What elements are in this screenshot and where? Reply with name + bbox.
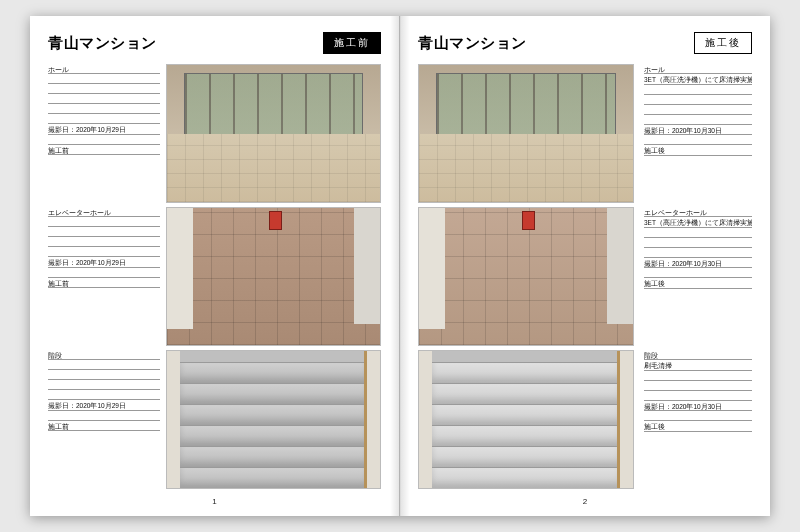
info-line <box>48 104 160 114</box>
page-left: 青山マンション 施工前 ホール 撮影日：2020年10月29日 施工前 <box>30 16 400 516</box>
info-line: 施工後 <box>644 421 752 431</box>
report-row: 階段 刷毛清掃 撮影日：2020年10月30日 施工後 <box>418 350 752 489</box>
info-line: ホール <box>48 64 160 74</box>
info-line: 施工後 <box>644 145 752 155</box>
info-line <box>48 74 160 84</box>
info-line: 撮影日：2020年10月29日 <box>48 400 160 410</box>
report-photo-stairs-before <box>166 350 381 489</box>
status-badge-after: 施工後 <box>694 32 752 54</box>
info-line: 撮影日：2020年10月29日 <box>48 124 160 134</box>
report-row: エレベーターホール 撮影日：2020年10月29日 施工前 <box>48 207 381 346</box>
fire-extinguisher-icon <box>269 211 282 230</box>
report-info: エレベーターホール 撮影日：2020年10月29日 施工前 <box>48 207 160 346</box>
info-line: 施工前 <box>48 145 160 155</box>
info-line: 3ET（高圧洗浄機）にて床清掃実施 <box>644 74 752 84</box>
report-info: エレベーターホール 3ET（高圧洗浄機）にて床清掃実施 撮影日：2020年10月… <box>640 207 752 346</box>
info-line <box>48 135 160 145</box>
report-photo-hall-before <box>166 64 381 203</box>
page-header: 青山マンション 施工後 <box>418 32 752 54</box>
report-photo-hall-after <box>418 64 634 203</box>
report-info: ホール 3ET（高圧洗浄機）にて床清掃実施 撮影日：2020年10月30日 施工… <box>640 64 752 203</box>
bench-icon <box>569 139 616 147</box>
info-line <box>48 114 160 124</box>
info-line <box>644 95 752 105</box>
page-number: 1 <box>48 497 381 506</box>
info-line: 撮影日：2020年10月30日 <box>644 258 752 268</box>
info-line <box>644 381 752 391</box>
status-badge-before: 施工前 <box>323 32 381 54</box>
info-line <box>644 268 752 278</box>
report-row: 階段 撮影日：2020年10月29日 施工前 <box>48 350 381 489</box>
info-line <box>48 380 160 390</box>
page-title: 青山マンション <box>48 34 157 53</box>
info-line <box>644 85 752 95</box>
info-line <box>48 94 160 104</box>
info-line: 3ET（高圧洗浄機）にて床清掃実施 <box>644 217 752 227</box>
report-photo-stairs-after <box>418 350 634 489</box>
info-line <box>48 227 160 237</box>
info-line: エレベーターホール <box>48 207 160 217</box>
info-line: 施工前 <box>48 421 160 431</box>
report-row: エレベーターホール 3ET（高圧洗浄機）にて床清掃実施 撮影日：2020年10月… <box>418 207 752 346</box>
info-line: 施工後 <box>644 278 752 288</box>
info-line <box>644 238 752 248</box>
stair-flight-icon <box>432 362 620 488</box>
info-line <box>644 248 752 258</box>
info-line <box>644 115 752 125</box>
planter-box-icon <box>513 134 539 150</box>
fire-extinguisher-icon <box>522 211 535 230</box>
page-number: 2 <box>418 497 752 506</box>
info-line <box>48 370 160 380</box>
info-line <box>48 411 160 421</box>
report-row: ホール 撮影日：2020年10月29日 施工前 <box>48 64 381 203</box>
page-right: 青山マンション 施工後 ホール 3ET（高圧洗浄機）にて床清掃実施 撮影日：20… <box>400 16 770 516</box>
page-spread: 青山マンション 施工前 ホール 撮影日：2020年10月29日 施工前 <box>30 16 770 516</box>
page-header: 青山マンション 施工前 <box>48 32 381 54</box>
info-line <box>48 237 160 247</box>
info-line: ホール <box>644 64 752 74</box>
info-line <box>644 105 752 115</box>
info-line <box>644 411 752 421</box>
info-line <box>644 135 752 145</box>
report-info: 階段 撮影日：2020年10月29日 施工前 <box>48 350 160 489</box>
info-line: 階段 <box>644 350 752 360</box>
info-line <box>644 228 752 238</box>
info-line <box>644 371 752 381</box>
report-info: ホール 撮影日：2020年10月29日 施工前 <box>48 64 160 203</box>
info-line: 撮影日：2020年10月30日 <box>644 401 752 411</box>
report-photo-elevator-after <box>418 207 634 346</box>
report-row: ホール 3ET（高圧洗浄機）にて床清掃実施 撮影日：2020年10月30日 施工… <box>418 64 752 203</box>
info-line: エレベーターホール <box>644 207 752 217</box>
info-line: 撮影日：2020年10月30日 <box>644 125 752 135</box>
info-line <box>48 268 160 278</box>
info-line <box>48 217 160 227</box>
info-line <box>48 390 160 400</box>
info-line: 刷毛清掃 <box>644 360 752 370</box>
stair-flight-icon <box>180 362 367 488</box>
bench-icon <box>316 139 363 147</box>
info-line: 階段 <box>48 350 160 360</box>
info-line: 施工前 <box>48 278 160 288</box>
planter-box-icon <box>261 134 287 150</box>
report-photo-elevator-before <box>166 207 381 346</box>
info-line <box>644 391 752 401</box>
info-line: 撮影日：2020年10月29日 <box>48 257 160 267</box>
report-info: 階段 刷毛清掃 撮影日：2020年10月30日 施工後 <box>640 350 752 489</box>
page-title: 青山マンション <box>418 34 527 53</box>
info-line <box>48 84 160 94</box>
info-line <box>48 247 160 257</box>
info-line <box>48 360 160 370</box>
